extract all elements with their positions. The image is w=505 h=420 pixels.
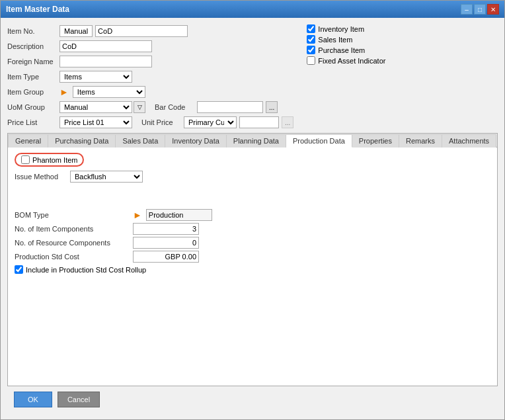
form-right: Inventory Item Sales Item Purchase Item … xyxy=(293,24,498,129)
include-rollup-checkbox[interactable] xyxy=(15,265,23,274)
inventory-item-checkbox[interactable] xyxy=(307,24,315,33)
sales-item-row: Sales Item xyxy=(307,35,498,44)
phantom-item-checkbox[interactable] xyxy=(21,155,30,164)
bom-type-label: BOM Type xyxy=(15,211,130,219)
window-title: Item Master Data xyxy=(6,5,69,14)
no-item-components-value: 3 xyxy=(133,223,199,235)
inventory-item-row: Inventory Item xyxy=(307,24,498,33)
phantom-item-container: Phantom Item xyxy=(15,153,84,167)
no-item-components-row: No. of Item Components 3 xyxy=(15,223,490,235)
item-group-row: Item Group ► Items xyxy=(7,85,293,99)
bom-type-arrow: ► xyxy=(133,210,142,220)
inventory-item-label: Inventory Item xyxy=(318,25,364,33)
currency-select[interactable]: Primary Curr xyxy=(184,116,237,128)
fixed-asset-checkbox[interactable] xyxy=(307,56,315,65)
uom-group-row: UoM Group Manual ▽ Bar Code ... xyxy=(7,101,293,114)
price-list-label: Price List xyxy=(7,118,57,126)
no-item-components-label: No. of Item Components xyxy=(15,225,130,233)
unit-price-button[interactable]: ... xyxy=(282,116,293,128)
price-list-row: Price List Price List 01 Unit Price Prim… xyxy=(7,116,293,129)
issue-method-select[interactable]: Backflush Manual xyxy=(70,171,143,183)
minimize-button[interactable]: – xyxy=(461,4,473,15)
item-type-row: Item Type Items xyxy=(7,70,293,83)
item-group-select[interactable]: Items xyxy=(73,86,145,98)
tab-general[interactable]: General xyxy=(8,134,48,147)
form-left: Item No. Manual Description Foreign Name… xyxy=(7,24,293,129)
tab-remarks[interactable]: Remarks xyxy=(399,134,442,147)
no-resource-components-row: No. of Resource Components 0 xyxy=(15,237,490,249)
window-content: Item No. Manual Description Foreign Name… xyxy=(1,18,504,419)
sales-item-label: Sales Item xyxy=(318,36,352,44)
bar-code-label: Bar Code xyxy=(155,103,194,111)
production-std-cost-label: Production Std Cost xyxy=(15,253,130,261)
bar-code-button[interactable]: ... xyxy=(266,101,278,113)
maximize-button[interactable]: □ xyxy=(474,4,486,15)
item-no-group: Manual xyxy=(59,25,188,37)
tabs-container: General Purchasing Data Sales Data Inven… xyxy=(7,133,498,147)
bom-type-input[interactable] xyxy=(146,209,212,221)
purchase-item-row: Purchase Item xyxy=(307,46,498,54)
description-input[interactable] xyxy=(59,40,152,52)
unit-price-input[interactable] xyxy=(239,116,279,128)
main-window: Item Master Data – □ ✕ Item No. Manual xyxy=(0,0,505,420)
production-std-cost-row: Production Std Cost GBP 0.00 xyxy=(15,251,490,263)
foreign-name-row: Foreign Name xyxy=(7,55,293,68)
issue-method-label: Issue Method xyxy=(15,173,67,181)
bom-section: BOM Type ► No. of Item Components 3 No. … xyxy=(15,209,490,274)
include-rollup-label: Include in Production Std Cost Rollup xyxy=(26,266,146,274)
item-type-select[interactable]: Items xyxy=(59,71,132,83)
fixed-asset-label: Fixed Asset Indicator xyxy=(318,57,385,65)
uom-group-select[interactable]: Manual xyxy=(59,101,132,113)
description-label: Description xyxy=(7,42,57,50)
tabs-row: General Purchasing Data Sales Data Inven… xyxy=(8,134,497,147)
window-controls: – □ ✕ xyxy=(461,4,499,15)
uom-group-label: UoM Group xyxy=(7,103,57,111)
no-resource-components-value: 0 xyxy=(133,237,199,249)
tab-production[interactable]: Production Data xyxy=(286,134,352,147)
item-no-prefix: Manual xyxy=(59,25,93,37)
tab-purchasing[interactable]: Purchasing Data xyxy=(48,134,116,147)
item-type-label: Item Type xyxy=(7,73,57,81)
tab-sales[interactable]: Sales Data xyxy=(116,134,165,147)
item-group-label: Item Group xyxy=(7,88,57,96)
tab-planning[interactable]: Planning Data xyxy=(227,134,286,147)
tab-properties[interactable]: Properties xyxy=(352,134,399,147)
price-list-select[interactable]: Price List 01 xyxy=(59,116,132,128)
phantom-item-row: Phantom Item xyxy=(15,153,490,167)
foreign-name-label: Foreign Name xyxy=(7,58,57,65)
item-no-label: Item No. xyxy=(7,27,57,35)
item-no-input[interactable] xyxy=(95,25,188,37)
sales-item-checkbox[interactable] xyxy=(307,35,315,44)
foreign-name-input[interactable] xyxy=(59,56,152,67)
description-row: Description xyxy=(7,40,293,53)
unit-price-label: Unit Price xyxy=(141,118,181,126)
tab-attachments[interactable]: Attachments xyxy=(442,134,496,147)
bom-type-row: BOM Type ► xyxy=(15,209,490,221)
title-bar: Item Master Data – □ ✕ xyxy=(1,1,504,18)
form-section: Item No. Manual Description Foreign Name… xyxy=(7,24,498,129)
cancel-button[interactable]: Cancel xyxy=(58,392,100,407)
phantom-item-label: Phantom Item xyxy=(32,156,77,164)
purchase-item-checkbox[interactable] xyxy=(307,46,315,54)
close-button[interactable]: ✕ xyxy=(487,4,499,15)
item-no-row: Item No. Manual xyxy=(7,24,293,38)
production-std-cost-value: GBP 0.00 xyxy=(133,251,199,263)
ok-button[interactable]: OK xyxy=(14,392,52,407)
bottom-bar: OK Cancel xyxy=(7,386,498,413)
tab-inventory[interactable]: Inventory Data xyxy=(165,134,227,147)
include-rollup-row: Include in Production Std Cost Rollup xyxy=(15,265,490,274)
item-group-arrow: ► xyxy=(59,87,69,97)
no-resource-components-label: No. of Resource Components xyxy=(15,239,130,247)
issue-method-row: Issue Method Backflush Manual xyxy=(15,171,490,183)
production-tab-content: Phantom Item Issue Method Backflush Manu… xyxy=(7,147,498,386)
bar-code-input[interactable] xyxy=(197,101,263,113)
fixed-asset-row: Fixed Asset Indicator xyxy=(307,56,498,65)
purchase-item-label: Purchase Item xyxy=(318,46,365,54)
uom-group-controls: Manual ▽ xyxy=(59,101,145,113)
uom-unit-icon[interactable]: ▽ xyxy=(134,101,145,113)
